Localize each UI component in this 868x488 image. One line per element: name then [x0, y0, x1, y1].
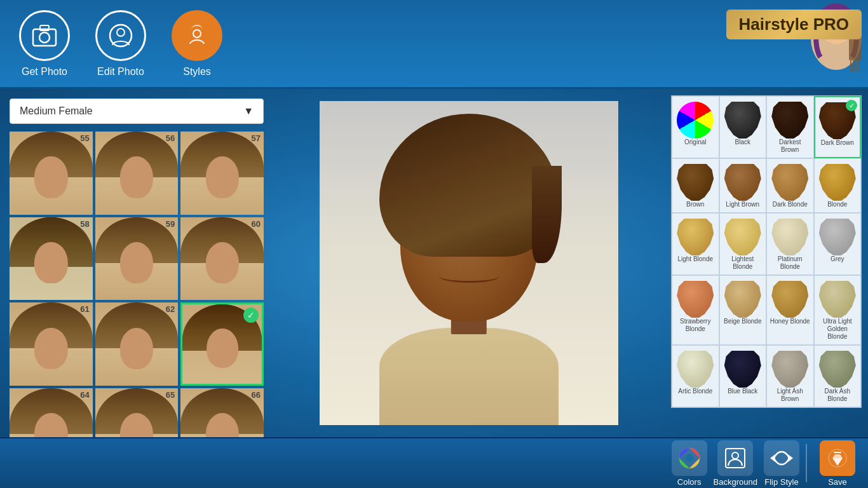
photo-preview [320, 101, 618, 425]
style-item[interactable]: 59 [95, 217, 179, 301]
color-dark-brown[interactable]: Dark Brown [814, 96, 862, 158]
black-swatch [724, 102, 761, 139]
background-label: Background [714, 477, 757, 487]
edit-photo-icon [95, 10, 146, 61]
svg-point-1 [39, 32, 50, 43]
save-tool[interactable]: Save [820, 440, 855, 487]
color-label: Original [684, 139, 706, 146]
nav-styles[interactable]: Styles [172, 10, 222, 78]
colors-tool[interactable]: Colors [672, 440, 707, 487]
style-thumb [95, 302, 179, 386]
logo-area: Hairstyle PRO [665, 0, 868, 89]
color-label: Darkest Brown [770, 139, 811, 154]
ultra-light-swatch [819, 281, 856, 318]
style-grid: 55 56 57 58 [10, 132, 264, 437]
chevron-down-icon: ▼ [243, 105, 254, 117]
nav-edit-photo[interactable]: Edit Photo [95, 10, 146, 78]
save-label: Save [828, 477, 847, 487]
color-blue-black[interactable]: Blue Black [719, 345, 767, 407]
honey-swatch [771, 281, 808, 318]
color-darkest-brown[interactable]: Darkest Brown [766, 96, 814, 158]
svg-point-18 [732, 452, 738, 459]
color-label: Light Blonde [677, 255, 713, 263]
background-icon [717, 440, 753, 476]
color-blonde[interactable]: Blonde [814, 158, 862, 213]
color-original[interactable]: Original [672, 96, 719, 158]
color-ultra-light[interactable]: Ultra Light Golden Blonde [814, 275, 862, 345]
blue-black-swatch [724, 351, 761, 388]
style-item[interactable]: 58 [10, 217, 93, 301]
color-label: Strawberry Blonde [675, 318, 716, 333]
beige-swatch [724, 281, 761, 318]
color-beige[interactable]: Beige Blonde [719, 275, 767, 345]
svg-marker-24 [832, 454, 843, 458]
color-grey[interactable]: Grey [814, 213, 862, 275]
blonde-swatch [819, 164, 856, 201]
darkest-brown-swatch [771, 102, 808, 139]
style-item[interactable]: 62 [95, 302, 179, 386]
style-thumb [95, 217, 179, 301]
svg-marker-22 [832, 458, 843, 466]
get-photo-icon [19, 10, 70, 61]
toolbar-divider [806, 444, 807, 482]
style-thumb [180, 132, 264, 215]
style-thumb [10, 302, 93, 386]
style-item[interactable]: 61 [10, 302, 93, 386]
svg-rect-12 [853, 60, 854, 72]
style-item[interactable]: 60 [180, 217, 264, 301]
color-label: Dark Ash Blonde [817, 388, 858, 403]
color-honey[interactable]: Honey Blonde [766, 275, 814, 345]
color-label: Black [735, 139, 750, 146]
color-label: Artic Blonde [678, 388, 712, 395]
brown-swatch [677, 164, 714, 201]
get-photo-label: Get Photo [22, 66, 67, 78]
style-item[interactable]: 66 [180, 388, 264, 437]
style-category-dropdown[interactable]: Medium Female ▼ [10, 98, 264, 124]
style-thumb [10, 217, 93, 301]
light-blonde-swatch [677, 219, 714, 255]
artic-blonde-swatch [677, 351, 714, 388]
color-label: Blonde [827, 201, 847, 208]
style-item-selected[interactable]: ✓ [180, 302, 264, 386]
platinum-swatch [771, 219, 808, 255]
bottom-toolbar: Colors Background Flip Style [0, 437, 868, 488]
style-thumb [180, 217, 264, 301]
style-item[interactable]: 65 [95, 388, 179, 437]
background-tool[interactable]: Background [714, 440, 757, 487]
color-platinum[interactable]: Platinum Blonde [766, 213, 814, 275]
color-light-brown[interactable]: Light Brown [719, 158, 767, 213]
edit-photo-label: Edit Photo [97, 66, 144, 78]
color-artic-blonde[interactable]: Artic Blonde [672, 345, 719, 407]
color-dark-ash[interactable]: Dark Ash Blonde [814, 345, 862, 407]
color-light-ash[interactable]: Light Ash Brown [766, 345, 814, 407]
color-brown[interactable]: Brown [672, 158, 719, 213]
strawberry-swatch [677, 281, 714, 318]
svg-point-6 [193, 30, 201, 37]
color-label: Dark Blonde [773, 201, 808, 208]
svg-rect-23 [834, 452, 841, 453]
svg-point-16 [686, 454, 693, 462]
dark-brown-swatch [819, 102, 856, 139]
style-item[interactable]: 57 [180, 132, 264, 215]
color-black[interactable]: Black [719, 96, 767, 158]
svg-rect-11 [850, 60, 851, 72]
nav-get-photo[interactable]: Get Photo [19, 10, 70, 78]
main-content: Medium Female ▼ 55 56 57 [0, 89, 868, 437]
flip-style-tool[interactable]: Flip Style [764, 440, 799, 487]
save-button[interactable] [820, 440, 855, 476]
color-strawberry[interactable]: Strawberry Blonde [672, 275, 719, 345]
style-item[interactable]: 55 [10, 132, 93, 215]
color-dark-blonde[interactable]: Dark Blonde [766, 158, 814, 213]
svg-point-4 [117, 29, 125, 36]
dark-ash-swatch [819, 351, 856, 388]
svg-point-5 [186, 25, 208, 46]
left-panel: Medium Female ▼ 55 56 57 [0, 89, 273, 437]
color-lightest-blonde[interactable]: Lightest Blonde [719, 213, 767, 275]
style-item[interactable]: 64 [10, 388, 93, 437]
color-label: Platinum Blonde [770, 255, 811, 271]
svg-rect-13 [855, 60, 857, 72]
style-item[interactable]: 56 [95, 132, 179, 215]
lightest-blonde-swatch [724, 219, 761, 255]
color-light-blonde[interactable]: Light Blonde [672, 213, 719, 275]
color-grid: Original Black Darkest Brown Dark Brown … [671, 95, 862, 408]
